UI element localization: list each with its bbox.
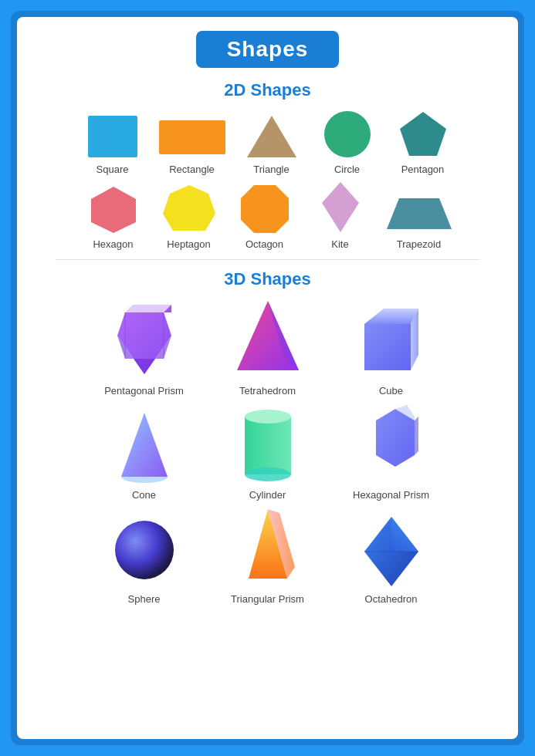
rectangle-icon (157, 113, 227, 160)
shape-item-circle: Circle (317, 108, 378, 175)
shape-item-sphere: Sphere (94, 513, 195, 605)
tetrahedron-icon (229, 297, 306, 382)
svg-rect-1 (159, 120, 225, 154)
svg-marker-33 (391, 517, 418, 552)
trapezoid-icon (385, 192, 453, 235)
svg-marker-28 (415, 417, 418, 455)
shape-item-pentagonal-prism: Pentagonal Prism (94, 297, 195, 397)
shapes-row-3d-2: Cone Cylinder (32, 401, 503, 501)
shape-item-octagon: Octagon (234, 183, 296, 250)
shape-item-tetrahedron: Tetrahedrom (218, 297, 318, 397)
cube-icon (353, 297, 430, 382)
tetrahedron-label: Tetrahedrom (239, 385, 296, 397)
shapes-row-2d-1: Square Rectangle Triangle (32, 108, 503, 175)
cone-icon (110, 409, 179, 486)
svg-marker-19 (364, 309, 418, 324)
octahedron-label: Octahedron (365, 593, 418, 605)
hexagon-icon (86, 184, 141, 235)
svg-marker-26 (376, 409, 415, 467)
shape-item-trapezoid: Trapezoid (385, 192, 453, 250)
shapes-row-3d-3: Sphere (32, 505, 503, 605)
inner-card: Shapes 2D Shapes Square Rectangle (17, 17, 518, 739)
heptagon-icon (161, 183, 217, 235)
triangle-icon (244, 113, 300, 160)
svg-point-29 (115, 521, 174, 579)
cone-label: Cone (132, 489, 156, 501)
shape-item-triangular-prism: Triangular Prism (218, 505, 318, 605)
kite-icon (319, 180, 362, 235)
shape-item-square: Square (82, 113, 144, 175)
octagon-label: Octagon (245, 238, 283, 250)
svg-marker-9 (387, 198, 452, 229)
svg-point-24 (245, 467, 291, 481)
pentagon-icon (397, 110, 449, 160)
hexagonal-prism-label: Hexagonal Prism (353, 489, 429, 501)
svg-marker-4 (400, 112, 446, 156)
triangular-prism-icon (233, 505, 303, 590)
shape-item-hexagonal-prism: Hexagonal Prism (341, 401, 442, 501)
svg-marker-11 (125, 305, 171, 312)
shape-item-kite: Kite (310, 180, 371, 250)
triangular-prism-label: Triangular Prism (231, 593, 304, 605)
circle-icon (321, 108, 374, 160)
svg-point-3 (324, 111, 371, 157)
shape-item-hexagon: Hexagon (83, 184, 144, 250)
svg-rect-18 (364, 324, 411, 370)
rectangle-label: Rectangle (169, 164, 215, 175)
shape-item-octahedron: Octahedron (341, 513, 442, 605)
svg-rect-23 (245, 417, 291, 474)
shape-item-pentagon: Pentagon (392, 110, 454, 175)
cube-label: Cube (379, 385, 403, 397)
square-label: Square (97, 164, 129, 175)
svg-marker-8 (322, 182, 359, 232)
svg-rect-0 (88, 116, 137, 157)
cylinder-icon (233, 401, 303, 486)
shapes-row-2d-2: Hexagon Heptagon Octagon K (32, 180, 503, 250)
shape-item-cube: Cube (341, 297, 442, 397)
shape-item-heptagon: Heptagon (158, 183, 220, 250)
heptagon-label: Heptagon (167, 238, 210, 250)
octahedron-icon (357, 513, 426, 590)
shape-item-triangle: Triangle (241, 113, 303, 175)
kite-label: Kite (331, 238, 348, 250)
section-3d-title: 3D Shapes (224, 269, 311, 289)
svg-marker-7 (241, 185, 289, 233)
section-divider (56, 259, 479, 260)
octagon-icon (237, 183, 293, 235)
trapezoid-label: Trapezoid (397, 238, 441, 250)
triangle-label: Triangle (253, 164, 289, 175)
svg-marker-6 (163, 185, 215, 231)
pentagonal-prism-icon (110, 297, 179, 382)
pentagon-label: Pentagon (401, 164, 445, 175)
outer-border: Shapes 2D Shapes Square Rectangle (11, 11, 524, 745)
page-title: Shapes (196, 31, 340, 68)
svg-marker-5 (91, 187, 136, 233)
hexagonal-prism-icon (353, 401, 430, 486)
svg-marker-22 (121, 413, 168, 477)
hexagon-label: Hexagon (93, 238, 133, 250)
section-2d-title: 2D Shapes (224, 80, 311, 100)
circle-label: Circle (334, 164, 360, 175)
square-icon (85, 113, 141, 160)
pentagonal-prism-label: Pentagonal Prism (104, 385, 184, 397)
sphere-icon (110, 513, 179, 590)
shapes-row-3d-1: Pentagonal Prism (32, 297, 503, 397)
shape-item-rectangle: Rectangle (157, 113, 227, 175)
shape-item-cylinder: Cylinder (218, 401, 318, 501)
sphere-label: Sphere (128, 593, 161, 605)
svg-point-25 (245, 410, 291, 424)
cylinder-label: Cylinder (249, 489, 286, 501)
shape-item-cone: Cone (94, 409, 195, 501)
svg-marker-2 (247, 116, 296, 157)
